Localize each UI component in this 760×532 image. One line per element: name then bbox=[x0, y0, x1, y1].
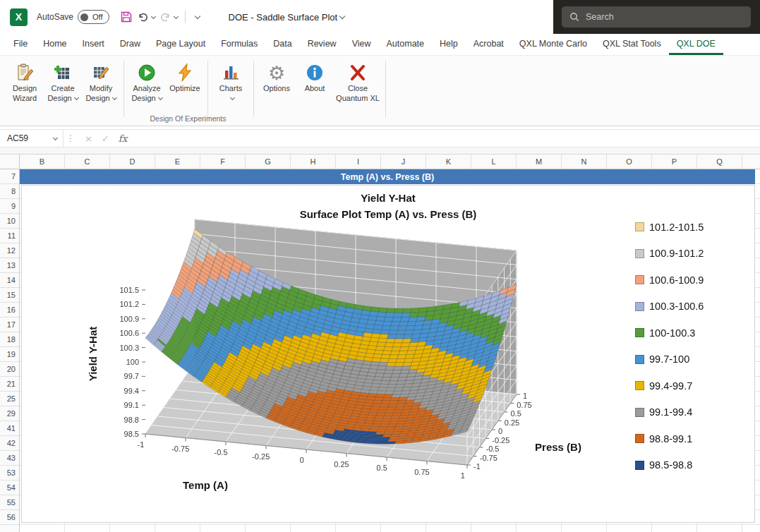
create-design-button[interactable]: Create Design bbox=[44, 59, 82, 105]
document-title[interactable]: DOE - Saddle Surface Plot bbox=[229, 12, 345, 23]
row-header-14[interactable]: 14 bbox=[0, 273, 19, 288]
about-button[interactable]: About bbox=[296, 59, 334, 96]
row-header-11[interactable]: 11 bbox=[0, 229, 19, 243]
row-header-25[interactable]: 25 bbox=[0, 392, 19, 406]
row-header-43[interactable]: 43 bbox=[0, 451, 19, 466]
row-header-20[interactable]: 20 bbox=[0, 362, 19, 377]
close-quantum-xl-button[interactable]: Close Quantum XL bbox=[334, 59, 382, 105]
ribbon-tab-qxl-stat-tools[interactable]: QXL Stat Tools bbox=[595, 34, 669, 55]
column-header-G[interactable]: G bbox=[246, 155, 291, 169]
formula-input[interactable] bbox=[134, 130, 760, 147]
column-header-E[interactable]: E bbox=[155, 155, 200, 169]
row-header-13[interactable]: 13 bbox=[0, 258, 19, 273]
search-input[interactable]: Search bbox=[562, 6, 751, 28]
insert-function-button[interactable]: fx bbox=[119, 133, 128, 144]
row-headers: 7891011121314151617181920212529414243535… bbox=[0, 169, 20, 532]
cancel-entry-icon[interactable]: × bbox=[85, 133, 92, 144]
row-header-21[interactable]: 21 bbox=[0, 377, 19, 392]
ribbon-tab-qxl-doe[interactable]: QXL DOE bbox=[669, 34, 723, 55]
row-header-8[interactable]: 8 bbox=[0, 184, 19, 199]
legend-swatch bbox=[635, 355, 644, 364]
ribbon-tab-view[interactable]: View bbox=[344, 34, 379, 55]
legend-item[interactable]: 99.1-99.4 bbox=[635, 405, 704, 420]
legend-item[interactable]: 99.7-100 bbox=[635, 352, 704, 367]
ribbon-tab-draw[interactable]: Draw bbox=[112, 34, 148, 55]
legend-swatch bbox=[635, 275, 644, 284]
column-header-L[interactable]: L bbox=[471, 155, 517, 169]
excel-logo-icon[interactable]: X bbox=[10, 8, 28, 26]
customize-qat-button[interactable] bbox=[191, 13, 202, 21]
ribbon-tab-page-layout[interactable]: Page Layout bbox=[148, 34, 213, 55]
formula-bar-handle[interactable]: ⋮ bbox=[64, 133, 78, 143]
column-header-K[interactable]: K bbox=[426, 155, 471, 169]
modify-design-button[interactable]: Modify Design bbox=[82, 59, 120, 105]
row-header-54[interactable]: 54 bbox=[0, 480, 19, 495]
row-header-17[interactable]: 17 bbox=[0, 318, 19, 332]
legend-item[interactable]: 101.2-101.5 bbox=[635, 219, 704, 234]
design-wizard-button[interactable]: Design Wizard bbox=[6, 59, 44, 105]
charts-button[interactable]: Charts bbox=[212, 59, 250, 105]
optimize-button[interactable]: Optimize bbox=[166, 59, 204, 96]
legend-label: 98.8-99.1 bbox=[649, 433, 692, 445]
row-header-7[interactable]: 7 bbox=[0, 169, 19, 184]
row-header-56[interactable]: 56 bbox=[0, 510, 19, 525]
row-header-12[interactable]: 12 bbox=[0, 243, 19, 258]
column-header-P[interactable]: P bbox=[652, 155, 697, 169]
column-header-F[interactable]: F bbox=[200, 155, 246, 169]
surface-chart[interactable]: Yield Y-Hat Surface Plot Temp (A) vs. Pr… bbox=[21, 185, 755, 523]
undo-button[interactable] bbox=[135, 10, 157, 25]
column-header-J[interactable]: J bbox=[381, 155, 426, 169]
ribbon: Design Wizard Create Design bbox=[0, 56, 760, 126]
row-header-16[interactable]: 16 bbox=[0, 303, 19, 318]
ribbon-tab-review[interactable]: Review bbox=[300, 34, 344, 55]
column-header-N[interactable]: N bbox=[562, 155, 607, 169]
column-header-Q[interactable]: Q bbox=[697, 155, 742, 169]
toggle-knob bbox=[80, 13, 88, 21]
column-header-H[interactable]: H bbox=[291, 155, 336, 169]
column-header-B[interactable]: B bbox=[20, 155, 65, 169]
column-header-I[interactable]: I bbox=[336, 155, 381, 169]
legend-item[interactable]: 100.3-100.6 bbox=[635, 299, 704, 314]
chart-legend: 101.2-101.5100.9-101.2100.6-100.9100.3-1… bbox=[635, 219, 704, 484]
name-box[interactable]: AC59 bbox=[0, 130, 64, 147]
ribbon-tab-automate[interactable]: Automate bbox=[379, 34, 433, 55]
column-header-O[interactable]: O bbox=[607, 155, 652, 169]
row-header-55[interactable]: 55 bbox=[0, 495, 19, 510]
save-button[interactable] bbox=[118, 9, 135, 25]
row-header-19[interactable]: 19 bbox=[0, 347, 19, 362]
legend-item[interactable]: 98.5-98.8 bbox=[635, 458, 704, 473]
legend-item[interactable]: 100.9-101.2 bbox=[635, 246, 704, 261]
worksheet-grid[interactable]: Temp (A) vs. Press (B) Yield Y-Hat Surfa… bbox=[20, 169, 760, 532]
ribbon-tab-insert[interactable]: Insert bbox=[75, 34, 112, 55]
row-header-9[interactable]: 9 bbox=[0, 199, 19, 214]
banner-cell[interactable]: Temp (A) vs. Press (B) bbox=[20, 169, 755, 184]
legend-item[interactable]: 100-100.3 bbox=[635, 325, 704, 340]
ribbon-tab-help[interactable]: Help bbox=[432, 34, 466, 55]
ribbon-tab-formulas[interactable]: Formulas bbox=[213, 34, 265, 55]
row-header-29[interactable]: 29 bbox=[0, 406, 19, 421]
row-header-18[interactable]: 18 bbox=[0, 332, 19, 347]
autosave-toggle[interactable]: AutoSave Off bbox=[37, 10, 109, 24]
options-button[interactable]: ⚙ Options bbox=[258, 59, 296, 96]
legend-item[interactable]: 100.6-100.9 bbox=[635, 272, 704, 287]
ribbon-tab-home[interactable]: Home bbox=[35, 34, 74, 55]
redo-button[interactable] bbox=[157, 10, 180, 25]
row-header-41[interactable]: 41 bbox=[0, 421, 19, 436]
column-header-D[interactable]: D bbox=[110, 155, 155, 169]
legend-item[interactable]: 99.4-99.7 bbox=[635, 378, 704, 393]
autosave-switch[interactable]: Off bbox=[78, 10, 109, 24]
legend-item[interactable]: 98.8-99.1 bbox=[635, 431, 704, 446]
select-all-corner[interactable] bbox=[0, 155, 20, 169]
row-header-10[interactable]: 10 bbox=[0, 214, 19, 229]
column-header-M[interactable]: M bbox=[517, 155, 562, 169]
row-header-53[interactable]: 53 bbox=[0, 466, 19, 480]
row-header-42[interactable]: 42 bbox=[0, 436, 19, 451]
ribbon-tab-acrobat[interactable]: Acrobat bbox=[466, 34, 512, 55]
ribbon-tab-file[interactable]: File bbox=[6, 34, 35, 55]
ribbon-tab-qxl-monte-carlo[interactable]: QXL Monte Carlo bbox=[512, 34, 595, 55]
row-header-15[interactable]: 15 bbox=[0, 288, 19, 303]
analyze-design-button[interactable]: Analyze Design bbox=[128, 59, 166, 105]
ribbon-tab-data[interactable]: Data bbox=[265, 34, 299, 55]
confirm-entry-icon[interactable]: ✓ bbox=[102, 133, 109, 144]
column-header-C[interactable]: C bbox=[65, 155, 110, 169]
